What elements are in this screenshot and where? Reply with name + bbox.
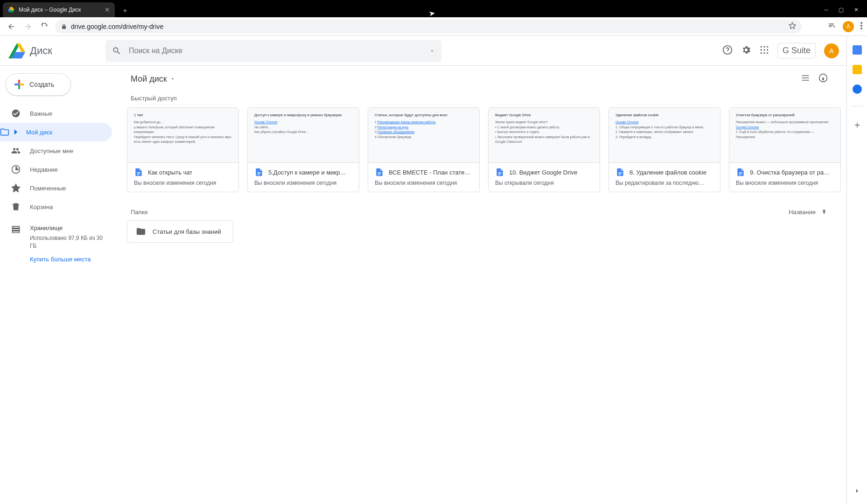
browser-titlebar: Мой диск – Google Диск ✕ ＋ ─ ▢ ✕ [0, 0, 867, 17]
docs-icon [495, 168, 504, 177]
kebab-menu-icon[interactable] [860, 22, 862, 31]
card-thumbnail: 1 ЧатКак добраться до…у вашего телефона,… [127, 108, 238, 163]
folder-chip[interactable]: Статьи для базы знаний [127, 220, 233, 243]
omnibox[interactable]: drive.google.com/drive/my-drive [55, 20, 802, 34]
card-meta: Вы вносили изменения сегодня [736, 180, 834, 186]
product-name: Диск [30, 45, 52, 57]
apps-grid-icon[interactable] [760, 45, 769, 56]
url-text: drive.google.com/drive/my-drive [71, 23, 163, 30]
tab-close-icon[interactable]: ✕ [105, 6, 110, 14]
drive-logo-icon [7, 42, 26, 60]
card-meta: Вы вносили изменения сегодня [134, 180, 232, 186]
buy-storage-link[interactable]: Купить больше места [30, 256, 108, 263]
quick-access-card[interactable]: Статьи, которые будут доступны для всех1… [368, 107, 480, 192]
card-thumbnail: Виджет Google DriveЗачем нужен виджет Go… [489, 108, 600, 163]
folders-title: Папки [131, 209, 148, 216]
search-input[interactable] [129, 47, 422, 55]
view-list-icon[interactable] [801, 73, 810, 84]
breadcrumb[interactable]: Мой диск [131, 74, 175, 84]
sidebar-item-trash[interactable]: Корзина [0, 197, 112, 216]
docs-icon [375, 168, 384, 177]
svg-point-1 [860, 25, 862, 27]
address-bar: drive.google.com/drive/my-drive А [0, 17, 867, 36]
card-name: 8. Удаление файлов cookie [629, 169, 706, 176]
card-name: ВСЕ ВМЕСТЕ - План стате… [389, 169, 470, 176]
card-name: Как открыть чат [148, 169, 192, 176]
quick-access-card[interactable]: 1 ЧатКак добраться до…у вашего телефона,… [127, 107, 239, 192]
docs-icon [615, 168, 625, 177]
search-options-icon[interactable] [429, 48, 435, 54]
quick-access-card[interactable]: Удаление файлов cookieGoogle Chrome1. Об… [608, 107, 720, 192]
sidebar-storage[interactable]: Хранилище Использовано 97,9 КБ из 30 ГБ … [0, 218, 119, 269]
docs-icon [254, 168, 264, 177]
window-minimize-icon[interactable]: ─ [824, 7, 828, 13]
tasks-icon[interactable] [853, 84, 862, 94]
app-header: Диск G Suite А [0, 36, 846, 66]
folder-icon [136, 226, 146, 237]
svg-point-8 [763, 49, 765, 50]
sidebar-item-starred[interactable]: Помеченные [0, 179, 112, 197]
card-meta: Вы вносили изменения сегодня [254, 180, 352, 186]
lock-icon [61, 24, 67, 29]
browser-tab[interactable]: Мой диск – Google Диск ✕ [3, 2, 115, 17]
quick-access-title: Быстрый доступ [121, 92, 846, 107]
nav-forward-icon[interactable] [21, 20, 35, 33]
card-meta: Вы редактировали за последню… [615, 180, 713, 186]
sidebar-item-recent[interactable]: Недавние [0, 160, 112, 179]
new-button[interactable]: Создать [6, 73, 71, 96]
nav-back-icon[interactable] [5, 20, 18, 33]
card-thumbnail: Доступ к камере и микрофону в разных бра… [248, 108, 359, 163]
account-avatar[interactable]: А [824, 43, 839, 58]
settings-icon[interactable] [741, 45, 751, 57]
sort-control[interactable]: Название [789, 208, 837, 216]
arrow-up-icon [820, 208, 828, 216]
sidebar-item-my-drive[interactable]: Мой диск [0, 123, 112, 141]
drive-favicon [7, 6, 15, 14]
card-thumbnail: Удаление файлов cookieGoogle Chrome1. Об… [609, 108, 720, 163]
card-name: 10. Виджет Google Drive [509, 169, 577, 176]
svg-point-6 [767, 46, 768, 47]
search-box[interactable] [105, 40, 441, 62]
sidepanel-expand-icon[interactable] [853, 487, 861, 497]
sidebar: Создать Важные Мой диск Доступные мне [0, 66, 119, 504]
svg-point-3 [723, 45, 732, 54]
card-name: 9. Очистка браузера от ра… [750, 169, 830, 176]
folder-name: Статьи для базы знаний [153, 228, 221, 235]
addons-icon[interactable]: ＋ [853, 119, 862, 131]
content-area: Мой диск Быстрый доступ 1 ЧатКак добрать… [119, 66, 846, 504]
svg-point-9 [767, 49, 768, 50]
media-control-icon[interactable] [828, 21, 836, 32]
svg-point-4 [761, 46, 762, 47]
svg-point-0 [860, 22, 862, 24]
help-icon[interactable] [722, 45, 733, 57]
new-tab-button[interactable]: ＋ [119, 4, 132, 17]
window-maximize-icon[interactable]: ▢ [839, 7, 844, 13]
window-close-icon[interactable]: ✕ [854, 7, 859, 13]
gsuite-badge[interactable]: G Suite [777, 43, 816, 58]
drive-logo[interactable]: Диск [7, 42, 105, 60]
sidebar-item-priority[interactable]: Важные [0, 104, 112, 123]
quick-access-card[interactable]: Виджет Google DriveЗачем нужен виджет Go… [488, 107, 600, 192]
svg-point-10 [761, 52, 762, 54]
nav-reload-icon[interactable] [38, 20, 51, 33]
sidebar-item-shared[interactable]: Доступные мне [0, 141, 112, 160]
tab-title: Мой диск – Google Диск [19, 7, 101, 13]
quick-access-card[interactable]: Очистка браузера от расширенийРасширение… [729, 107, 841, 192]
card-meta: Вы открывали сегодня [495, 180, 593, 186]
details-icon[interactable] [818, 73, 828, 84]
calendar-icon[interactable] [853, 45, 862, 55]
chevron-down-icon [170, 76, 175, 82]
side-panel: ＋ [846, 36, 867, 504]
docs-icon [134, 168, 143, 177]
profile-avatar[interactable]: А [843, 21, 854, 32]
storage-icon [11, 224, 21, 234]
card-thumbnail: Статьи, которые будут доступны для всех1… [368, 108, 479, 163]
plus-icon [14, 79, 25, 90]
svg-point-12 [767, 52, 768, 54]
card-meta: Вы вносили изменения сегодня [375, 180, 473, 186]
keep-icon[interactable] [853, 65, 862, 74]
search-icon [112, 46, 121, 56]
docs-icon [736, 168, 745, 177]
star-icon[interactable] [789, 22, 796, 31]
quick-access-card[interactable]: Доступ к камере и микрофону в разных бра… [247, 107, 359, 192]
